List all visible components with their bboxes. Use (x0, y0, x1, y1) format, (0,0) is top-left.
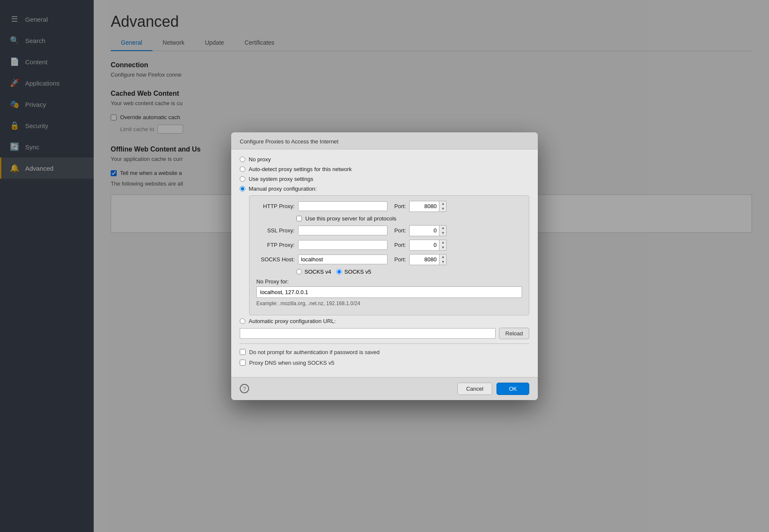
ftp-proxy-row: FTP Proxy: Port: ▲ ▼ (256, 240, 522, 251)
dialog-body: No proxy Auto-detect proxy settings for … (231, 149, 538, 377)
ssl-port-input[interactable] (409, 225, 439, 236)
socks-port-label: Port: (394, 256, 406, 263)
ftp-port-spinner[interactable]: ▲ ▼ (439, 240, 447, 251)
ftp-port-group: ▲ ▼ (409, 240, 447, 251)
ftp-port-label: Port: (394, 242, 406, 248)
socks-v4-option[interactable]: SOCKS v4 (296, 269, 331, 275)
no-auth-prompt-checkbox[interactable] (240, 349, 246, 355)
socks-port-up[interactable]: ▲ (439, 255, 446, 260)
all-protocols-checkbox[interactable] (296, 216, 302, 221)
no-proxy-example: Example: .mozilla.org, .net.nz, 192.168.… (256, 300, 522, 306)
http-port-input[interactable] (409, 201, 439, 212)
ftp-port-up[interactable]: ▲ (439, 240, 446, 245)
socks-v4-label: SOCKS v4 (304, 269, 331, 275)
footer-buttons: Cancel OK (457, 383, 529, 395)
http-port-label: Port: (394, 203, 406, 209)
ftp-port-input[interactable] (409, 240, 439, 251)
ssl-port-label: Port: (394, 227, 406, 234)
http-proxy-label: HTTP Proxy: (256, 203, 295, 209)
auto-detect-label: Auto-detect proxy settings for this netw… (249, 166, 352, 172)
manual-proxy-fields: HTTP Proxy: Port: ▲ ▼ Use this proxy ser… (249, 195, 529, 315)
socks-version-row: SOCKS v4 SOCKS v5 (296, 269, 522, 275)
http-port-group: ▲ ▼ (409, 201, 447, 212)
radio-manual[interactable]: Manual proxy configuration: (240, 186, 529, 192)
dialog-footer: ? Cancel OK (231, 377, 538, 400)
no-auth-prompt-row: Do not prompt for authentication if pass… (240, 349, 529, 355)
auto-proxy-url-label: Automatic proxy configuration URL: (249, 318, 336, 324)
radio-auto-detect[interactable]: Auto-detect proxy settings for this netw… (240, 166, 529, 172)
ssl-port-spinner[interactable]: ▲ ▼ (439, 225, 447, 236)
reload-button[interactable]: Reload (499, 328, 529, 339)
http-port-up[interactable]: ▲ (439, 201, 446, 206)
proxy-dns-label: Proxy DNS when using SOCKS v5 (249, 360, 334, 366)
dialog-bottom-checks: Do not prompt for authentication if pass… (240, 343, 529, 366)
ftp-proxy-input[interactable] (298, 240, 387, 250)
ssl-proxy-label: SSL Proxy: (256, 227, 295, 234)
socks-host-label: SOCKS Host: (256, 256, 295, 263)
radio-auto-proxy-url[interactable]: Automatic proxy configuration URL: (240, 318, 529, 324)
proxy-dns-row: Proxy DNS when using SOCKS v5 (240, 360, 529, 366)
socks-port-spinner[interactable]: ▲ ▼ (439, 254, 447, 265)
socks-host-row: SOCKS Host: Port: ▲ ▼ (256, 254, 522, 265)
no-proxy-section: No Proxy for: Example: .mozilla.org, .ne… (256, 278, 522, 306)
http-port-spinner[interactable]: ▲ ▼ (439, 201, 447, 212)
http-proxy-row: HTTP Proxy: Port: ▲ ▼ (256, 201, 522, 212)
http-port-down[interactable]: ▼ (439, 206, 446, 212)
no-proxy-input[interactable] (256, 286, 522, 298)
proxy-dns-checkbox[interactable] (240, 360, 246, 366)
ssl-port-up[interactable]: ▲ (439, 226, 446, 231)
ftp-proxy-label: FTP Proxy: (256, 242, 295, 248)
dialog-title: Configure Proxies to Access the Internet (240, 138, 339, 145)
radio-no-proxy[interactable]: No proxy (240, 156, 529, 163)
all-protocols-row: Use this proxy server for all protocols (296, 215, 522, 222)
no-auth-prompt-label: Do not prompt for authentication if pass… (249, 349, 379, 355)
socks-port-input[interactable] (409, 254, 439, 265)
socks-host-input[interactable] (298, 255, 387, 264)
socks-port-down[interactable]: ▼ (439, 260, 446, 265)
use-system-label: Use system proxy settings (249, 176, 313, 182)
radio-use-system[interactable]: Use system proxy settings (240, 176, 529, 182)
ssl-proxy-row: SSL Proxy: Port: ▲ ▼ (256, 225, 522, 236)
dialog-title-bar: Configure Proxies to Access the Internet (231, 132, 538, 149)
auto-proxy-url-row: Reload (240, 328, 529, 339)
manual-label: Manual proxy configuration: (249, 186, 317, 192)
auto-proxy-url-input[interactable] (240, 328, 496, 339)
ok-button[interactable]: OK (496, 383, 529, 395)
http-proxy-input[interactable] (298, 201, 387, 211)
no-proxy-label: No proxy (249, 156, 271, 163)
ftp-port-down[interactable]: ▼ (439, 245, 446, 250)
socks-v5-label: SOCKS v5 (344, 269, 371, 275)
cancel-button[interactable]: Cancel (457, 383, 492, 395)
socks-v5-option[interactable]: SOCKS v5 (336, 269, 371, 275)
help-button[interactable]: ? (240, 384, 249, 393)
all-protocols-label: Use this proxy server for all protocols (305, 215, 396, 222)
ssl-port-down[interactable]: ▼ (439, 231, 446, 236)
overlay-backdrop: Configure Proxies to Access the Internet… (0, 0, 769, 532)
socks-port-group: ▲ ▼ (409, 254, 447, 265)
no-proxy-for-label: No Proxy for: (256, 278, 522, 285)
proxy-dialog: Configure Proxies to Access the Internet… (231, 132, 538, 400)
ssl-port-group: ▲ ▼ (409, 225, 447, 236)
ssl-proxy-input[interactable] (298, 226, 387, 235)
